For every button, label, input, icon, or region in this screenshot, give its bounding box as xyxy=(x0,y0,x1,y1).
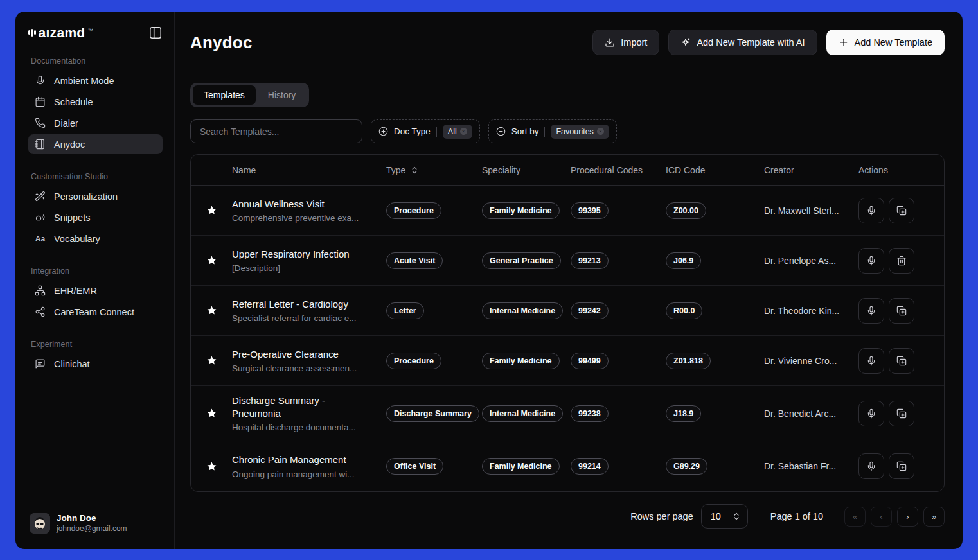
dictate-button[interactable] xyxy=(858,298,884,324)
page-title: Anydoc xyxy=(190,33,253,53)
type-badge: Discharge Summary xyxy=(386,405,479,422)
procedural-code-badge: 99395 xyxy=(571,202,609,219)
doc-type-filter[interactable]: Doc Type All× xyxy=(371,119,480,143)
icd-code-badge: G89.29 xyxy=(666,458,707,475)
table-row[interactable]: Pre-Operative ClearanceSurgical clearanc… xyxy=(191,336,944,386)
plus-icon xyxy=(839,37,849,48)
sidebar: aızamd ™ Documentation Ambient Mode Sche… xyxy=(15,12,175,549)
sidebar-item-dialer[interactable]: Dialer xyxy=(28,113,163,133)
microphone-icon xyxy=(866,306,876,316)
user-profile[interactable]: John Doe johndoe@gmail.com xyxy=(28,511,163,536)
table-row[interactable]: Annual Wellness VisitComprehensive preve… xyxy=(191,186,944,236)
doc-type-value-badge[interactable]: All× xyxy=(443,125,472,139)
creator-name: Dr. Theodore Kin... xyxy=(764,306,858,316)
sidebar-item-label: CareTeam Connect xyxy=(54,307,134,317)
search-input[interactable] xyxy=(190,119,362,143)
sidebar-item-label: Ambient Mode xyxy=(54,76,114,86)
next-page-button[interactable]: › xyxy=(897,507,918,527)
duplicate-button[interactable] xyxy=(889,401,914,426)
favourite-star-icon[interactable] xyxy=(206,305,217,316)
sidebar-item-label: EHR/EMR xyxy=(54,286,97,296)
sidebar-item-label: Schedule xyxy=(54,97,93,107)
creator-name: Dr. Penelope As... xyxy=(764,256,858,266)
sidebar-item-careteam-connect[interactable]: CareTeam Connect xyxy=(28,302,163,322)
creator-name: Dr. Sebastian Fr... xyxy=(764,461,858,471)
template-description: Surgical clearance assessmen... xyxy=(232,363,386,373)
sidebar-item-ambient-mode[interactable]: Ambient Mode xyxy=(28,71,163,91)
brand-logo-text: aızamd xyxy=(39,26,85,39)
column-header-type[interactable]: Type xyxy=(386,165,482,175)
template-description: Hospital discharge documenta... xyxy=(232,423,386,432)
sidebar-item-anydoc[interactable]: Anydoc xyxy=(28,134,163,154)
share-icon xyxy=(35,306,46,317)
sort-chevrons-icon xyxy=(410,166,419,175)
sidebar-item-personalization[interactable]: Personalization xyxy=(28,186,163,206)
add-template-with-ai-button[interactable]: Add New Template with AI xyxy=(668,30,817,55)
column-header-icd-code: ICD Code xyxy=(666,165,764,175)
creator-name: Dr. Maxwell Sterl... xyxy=(764,206,858,216)
import-button[interactable]: Import xyxy=(592,30,659,55)
duplicate-button[interactable] xyxy=(889,453,914,479)
sidebar-collapse-icon[interactable] xyxy=(148,26,163,40)
creator-name: Dr. Benedict Arc... xyxy=(764,408,858,419)
dictate-button[interactable] xyxy=(858,348,884,374)
last-page-button[interactable]: » xyxy=(923,507,945,527)
clear-filter-icon[interactable]: × xyxy=(460,128,467,135)
table-row[interactable]: Chronic Pain ManagementOngoing pain mana… xyxy=(191,441,944,491)
rows-per-page-select[interactable]: 10 xyxy=(701,504,748,529)
duplicate-button[interactable] xyxy=(889,298,914,324)
template-description: [Description] xyxy=(232,263,386,273)
sidebar-item-label: Clinichat xyxy=(54,359,90,369)
favourite-star-icon[interactable] xyxy=(206,461,217,472)
tab-history[interactable]: History xyxy=(257,85,307,105)
sort-by-value-badge[interactable]: Favourites× xyxy=(551,125,609,139)
sidebar-item-vocabulary[interactable]: Aa Vocabulary xyxy=(28,229,163,249)
download-icon xyxy=(605,37,615,48)
user-email: johndoe@gmail.com xyxy=(57,524,127,534)
vocabulary-aa-icon: Aa xyxy=(35,233,46,244)
delete-button[interactable] xyxy=(889,248,914,274)
sort-by-filter[interactable]: Sort by Favourites× xyxy=(488,119,617,143)
favourite-star-icon[interactable] xyxy=(206,355,217,366)
speciality-badge: Family Medicine xyxy=(482,202,560,219)
column-header-speciality: Speciality xyxy=(482,165,571,175)
column-header-name: Name xyxy=(232,165,386,175)
copy-plus-icon xyxy=(896,408,907,419)
dictate-button[interactable] xyxy=(858,453,884,479)
previous-page-button[interactable]: ‹ xyxy=(871,507,892,527)
favourite-star-icon[interactable] xyxy=(206,205,217,216)
type-badge: Procedure xyxy=(386,202,441,219)
dictate-button[interactable] xyxy=(858,401,884,426)
sidebar-item-ehr-emr[interactable]: EHR/EMR xyxy=(28,281,163,301)
chat-bubble-icon xyxy=(35,358,46,369)
section-label-integration: Integration xyxy=(31,267,163,276)
microphone-icon xyxy=(866,206,876,216)
procedural-code-badge: 99238 xyxy=(571,405,609,422)
procedural-code-badge: 99213 xyxy=(571,252,609,269)
clear-filter-icon[interactable]: × xyxy=(597,128,604,135)
procedural-code-badge: 99499 xyxy=(571,353,609,369)
table-row[interactable]: Upper Respiratory Infection[Description]… xyxy=(191,236,944,286)
dictate-button[interactable] xyxy=(858,198,884,223)
table-row[interactable]: Referral Letter - CardiologySpecialist r… xyxy=(191,286,944,336)
waveform-logo-icon xyxy=(28,28,36,38)
favourite-star-icon[interactable] xyxy=(206,255,217,266)
network-icon xyxy=(35,285,46,296)
tab-templates[interactable]: Templates xyxy=(193,85,256,105)
template-name: Chronic Pain Management xyxy=(232,453,386,466)
sidebar-item-snippets[interactable]: Snippets xyxy=(28,207,163,227)
sidebar-item-schedule[interactable]: Schedule xyxy=(28,92,163,112)
section-label-experiment: Experiment xyxy=(31,340,163,349)
table-row[interactable]: Discharge Summary - PneumoniaHospital di… xyxy=(191,386,944,441)
sidebar-item-clinichat[interactable]: Clinichat xyxy=(28,354,163,374)
dictate-button[interactable] xyxy=(858,248,884,274)
duplicate-button[interactable] xyxy=(889,348,914,374)
view-tabs: Templates History xyxy=(190,83,309,107)
add-new-template-button[interactable]: Add New Template xyxy=(826,30,945,55)
icd-code-badge: J18.9 xyxy=(666,405,701,422)
template-description: Specialist referral for cardiac e... xyxy=(232,313,386,323)
duplicate-button[interactable] xyxy=(889,198,914,223)
main-content: Anydoc Import Add New Template with AI A… xyxy=(175,12,963,549)
favourite-star-icon[interactable] xyxy=(206,408,217,419)
first-page-button[interactable]: « xyxy=(844,507,866,527)
